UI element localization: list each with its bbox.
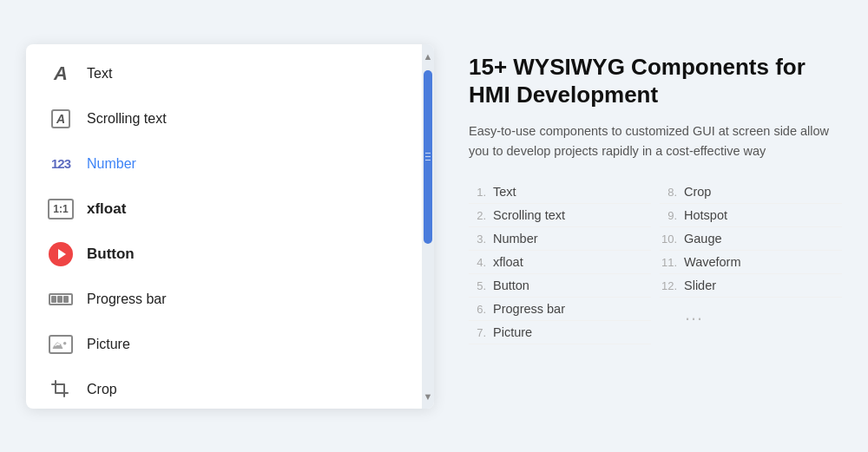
list-item-text[interactable]: A Text — [26, 51, 422, 96]
item-label: xfloat — [493, 255, 523, 269]
description-panel: 15+ WYSIWYG Components for HMI Developme… — [469, 44, 842, 353]
item-label: Button — [493, 278, 529, 292]
scroll-up-arrow[interactable]: ▲ — [422, 44, 434, 69]
component-list: A Text A Scrolling text 123 Number — [26, 44, 422, 409]
xfloat-icon: 1:1 — [47, 195, 75, 223]
item-number: 1. — [469, 186, 486, 199]
item-number: 3. — [469, 233, 486, 246]
component-list-col1: 1.Text2.Scrolling text3.Number4.xfloat5.… — [469, 180, 651, 344]
button-icon — [47, 240, 75, 268]
item-label: Scrolling text — [493, 208, 565, 222]
ellipsis: … — [660, 303, 842, 325]
panel-title: 15+ WYSIWYG Components for HMI Developme… — [469, 53, 842, 109]
component-list-panel: A Text A Scrolling text 123 Number — [26, 44, 434, 409]
item-number: 4. — [469, 256, 486, 269]
list-item: 8.Crop — [660, 180, 842, 204]
scroll-thumb[interactable] — [424, 70, 432, 244]
list-item: 2.Scrolling text — [469, 204, 651, 227]
list-item: 1.Text — [469, 180, 651, 204]
progress-bar-item-label: Progress bar — [87, 292, 167, 307]
item-number: 12. — [660, 279, 677, 292]
scrolling-text-icon: A — [47, 105, 75, 133]
scroll-down-arrow[interactable]: ▼ — [422, 384, 434, 409]
list-item-crop[interactable]: Crop — [26, 367, 422, 409]
list-item: 4.xfloat — [469, 251, 651, 274]
item-number: 9. — [660, 209, 677, 222]
text-icon: A — [47, 60, 75, 88]
item-number: 11. — [660, 256, 677, 269]
item-label: Progress bar — [493, 302, 565, 316]
component-list-col2: 8.Crop9.Hotspot10.Gauge11.Waveform12.Sli… — [660, 180, 842, 298]
item-label: Number — [493, 232, 538, 246]
list-item: 5.Button — [469, 274, 651, 298]
number-icon: 123 — [47, 150, 75, 178]
item-label: Picture — [493, 325, 532, 339]
item-number: 7. — [469, 326, 486, 339]
xfloat-item-label: xfloat — [87, 200, 126, 218]
col-left: 1.Text2.Scrolling text3.Number4.xfloat5.… — [469, 180, 651, 344]
item-label: Text — [493, 185, 516, 199]
scrollbar[interactable]: ▲ ▼ — [422, 44, 434, 409]
item-number: 2. — [469, 209, 486, 222]
panel-description: Easy-to-use components to customized GUI… — [469, 121, 842, 161]
list-item-button[interactable]: Button — [26, 232, 422, 277]
text-item-label: Text — [87, 66, 112, 82]
list-item-picture[interactable]: Picture — [26, 322, 422, 367]
crop-icon — [47, 376, 75, 403]
list-item-progress-bar[interactable]: Progress bar — [26, 277, 422, 322]
list-item-xfloat[interactable]: 1:1 xfloat — [26, 187, 422, 232]
list-item: 12.Slider — [660, 274, 842, 298]
scroll-thumb-area — [422, 69, 434, 384]
crop-item-label: Crop — [87, 382, 117, 397]
number-item-label: Number — [87, 156, 136, 172]
button-item-label: Button — [87, 246, 135, 263]
scrolling-text-item-label: Scrolling text — [87, 111, 167, 127]
item-number: 6. — [469, 303, 486, 316]
list-item: 7.Picture — [469, 321, 651, 344]
list-item: 3.Number — [469, 227, 651, 251]
list-item: 10.Gauge — [660, 227, 842, 251]
item-number: 5. — [469, 279, 486, 292]
item-number: 8. — [660, 186, 677, 199]
item-label: Hotspot — [684, 208, 727, 222]
list-item: 6.Progress bar — [469, 298, 651, 321]
col-right: 8.Crop9.Hotspot10.Gauge11.Waveform12.Sli… — [660, 180, 842, 344]
list-item-number[interactable]: 123 Number — [26, 141, 422, 187]
item-label: Slider — [684, 278, 716, 292]
item-label: Gauge — [684, 232, 722, 246]
item-number: 10. — [660, 233, 677, 246]
picture-icon — [47, 331, 75, 358]
item-label: Crop — [684, 185, 711, 199]
scroll-thumb-grip — [425, 153, 431, 160]
progress-bar-icon — [47, 285, 75, 313]
list-item: 9.Hotspot — [660, 204, 842, 227]
list-item: 11.Waveform — [660, 251, 842, 274]
component-columns: 1.Text2.Scrolling text3.Number4.xfloat5.… — [469, 180, 842, 344]
list-item-scrolling-text[interactable]: A Scrolling text — [26, 96, 422, 141]
item-label: Waveform — [684, 255, 741, 269]
picture-item-label: Picture — [87, 337, 130, 352]
